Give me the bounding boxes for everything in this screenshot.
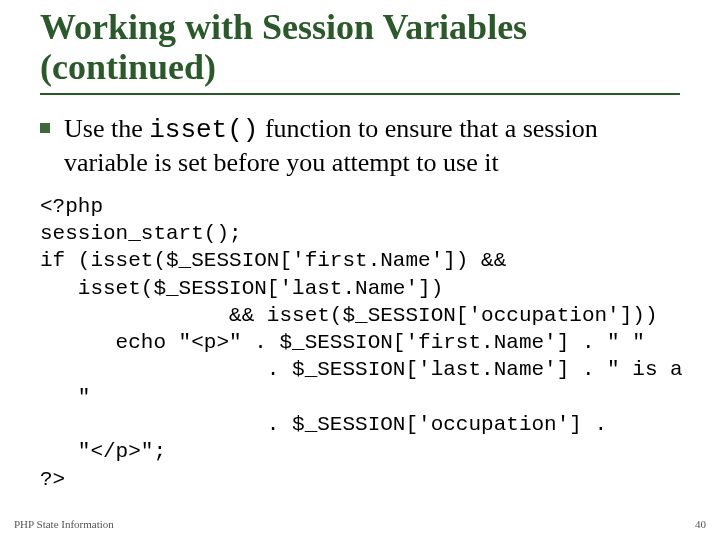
footer-left: PHP State Information [14, 518, 114, 530]
code-line: . $_SESSION['occupation'] . [40, 413, 607, 436]
code-line: && isset($_SESSION['occupation'])) [40, 304, 658, 327]
bullet-row: Use the isset() function to ensure that … [40, 113, 680, 178]
code-line: if (isset($_SESSION['first.Name']) && [40, 249, 506, 272]
code-line: echo "<p>" . $_SESSION['first.Name'] . "… [40, 331, 645, 354]
bullet-text-code: isset() [149, 115, 258, 145]
code-line: <?php [40, 195, 103, 218]
code-line: . $_SESSION['last.Name'] . " is a [40, 358, 683, 381]
code-block: <?php session_start(); if (isset($_SESSI… [40, 193, 680, 493]
slide-number: 40 [695, 518, 706, 530]
code-line: "</p>"; [40, 440, 166, 463]
slide: Working with Session Variables (continue… [0, 0, 720, 540]
bullet-text-pre: Use the [64, 114, 149, 143]
code-line: ?> [40, 468, 65, 491]
code-line: session_start(); [40, 222, 242, 245]
bullet-text: Use the isset() function to ensure that … [64, 113, 680, 178]
code-line: " [40, 386, 90, 409]
code-line: isset($_SESSION['last.Name']) [40, 277, 443, 300]
square-bullet-icon [40, 123, 50, 133]
slide-title: Working with Session Variables (continue… [40, 8, 680, 95]
